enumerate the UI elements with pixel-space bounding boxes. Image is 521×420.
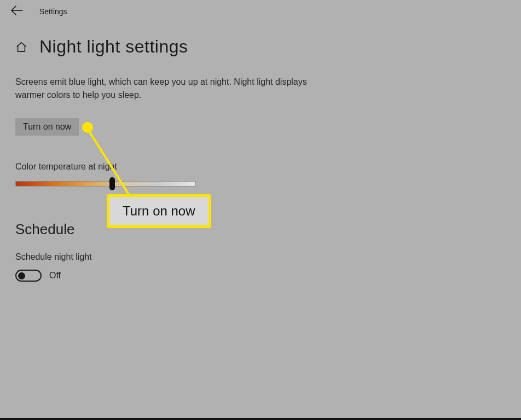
slider-thumb[interactable] xyxy=(109,177,115,190)
page-title: Night light settings xyxy=(39,37,188,57)
main-content: Screens emit blue light, which can keep … xyxy=(0,57,328,282)
color-temperature-slider[interactable] xyxy=(15,179,196,188)
description-text: Screens emit blue light, which can keep … xyxy=(15,75,311,102)
turn-on-now-button[interactable]: Turn on now xyxy=(15,118,79,136)
schedule-night-light-label: Schedule night light xyxy=(15,252,328,262)
schedule-toggle-state: Off xyxy=(49,271,61,281)
top-bar: Settings xyxy=(0,0,521,17)
color-temperature-label: Color temperature at night xyxy=(15,162,328,172)
toggle-knob xyxy=(18,272,25,279)
app-title: Settings xyxy=(39,7,67,16)
schedule-toggle[interactable] xyxy=(15,270,42,282)
home-icon[interactable] xyxy=(15,41,27,53)
schedule-toggle-row: Off xyxy=(15,270,328,282)
window-bottom-border xyxy=(0,418,521,420)
back-arrow-icon[interactable] xyxy=(11,5,23,17)
page-header: Night light settings xyxy=(0,17,521,57)
annotation-callout: Turn on now xyxy=(107,194,211,228)
slider-track xyxy=(15,181,196,186)
annotation-dot-icon xyxy=(82,122,93,133)
